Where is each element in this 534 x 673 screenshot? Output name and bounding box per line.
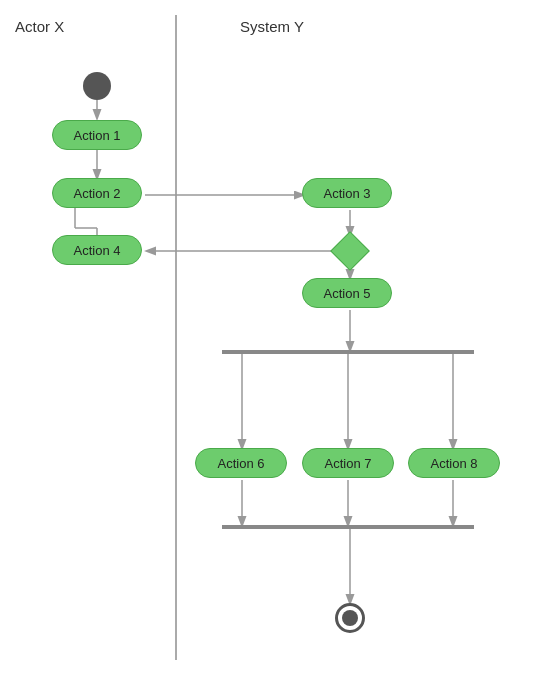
join-bar [222,525,474,529]
action6-node: Action 6 [195,448,287,478]
decision-diamond [330,231,370,271]
end-node-inner [342,610,358,626]
action8-node: Action 8 [408,448,500,478]
lane-title-system-y: System Y [240,18,304,35]
arrows-svg [0,0,534,673]
action1-node: Action 1 [52,120,142,150]
diagram: Actor X System Y [0,0,534,673]
action5-node: Action 5 [302,278,392,308]
action3-node: Action 3 [302,178,392,208]
action7-node: Action 7 [302,448,394,478]
lane-divider [175,15,177,660]
end-node [335,603,365,633]
start-node [83,72,111,100]
action4-node: Action 4 [52,235,142,265]
action2-node: Action 2 [52,178,142,208]
lane-title-actor-x: Actor X [15,18,64,35]
fork-bar [222,350,474,354]
